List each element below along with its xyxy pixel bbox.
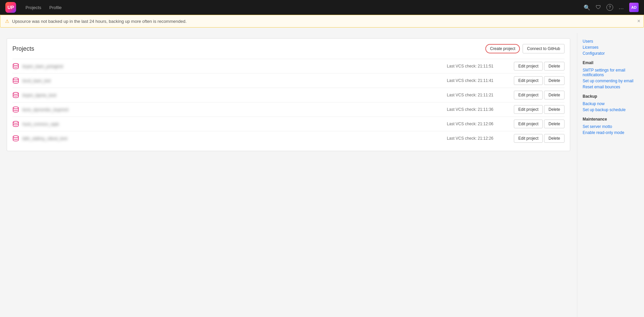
delete-project-button[interactable]: Delete <box>544 91 565 99</box>
projects-header: Projects Create project Connect to GitHu… <box>12 44 565 53</box>
project-icon <box>12 135 19 142</box>
delete-project-button[interactable]: Delete <box>544 134 565 143</box>
project-row-actions: Edit project Delete <box>514 76 565 85</box>
svg-point-3 <box>13 107 18 109</box>
project-icon <box>12 92 19 98</box>
sidebar-link-backup-schedule[interactable]: Set up backup schedule <box>583 107 644 113</box>
projects-nav-link[interactable]: Projects <box>23 4 44 11</box>
create-project-button[interactable]: Create project <box>485 44 520 53</box>
sidebar-link-backup-now[interactable]: Backup now <box>583 101 644 107</box>
delete-project-button[interactable]: Delete <box>544 120 565 128</box>
sidebar-link-readonly-mode[interactable]: Enable read-only mode <box>583 130 644 136</box>
edit-project-button[interactable]: Edit project <box>514 134 543 143</box>
project-name: bcre_dynombc_bupmrd <box>22 107 447 112</box>
search-icon[interactable]: 🔍 <box>584 4 590 11</box>
delete-project-button[interactable]: Delete <box>544 105 565 114</box>
svg-point-1 <box>13 78 18 80</box>
table-row: bcpm_bpme_bnd Last VCS check: 21:11:21 E… <box>12 88 565 102</box>
sidebar-link-reset-bounces[interactable]: Reset email bounces <box>583 84 644 90</box>
main-content: Projects Create project Connect to GitHu… <box>0 33 577 317</box>
topnav-links: Projects Profile <box>23 4 64 11</box>
grid-icon[interactable]: … <box>619 4 624 10</box>
delete-project-button[interactable]: Delete <box>544 76 565 85</box>
project-icon <box>12 106 19 113</box>
project-icon <box>12 63 19 70</box>
projects-actions: Create project Connect to GitHub <box>485 44 565 53</box>
project-name: bcrd_bam_brd <box>22 78 447 83</box>
sidebar-link-smtp[interactable]: SMTP settings for email notifications <box>583 67 644 78</box>
edit-project-button[interactable]: Edit project <box>514 120 543 128</box>
help-icon[interactable]: ? <box>606 4 613 11</box>
sidebar-section-backup: Backup <box>583 94 644 99</box>
edit-project-button[interactable]: Edit project <box>514 62 543 71</box>
sidebar-link-server-motto[interactable]: Set server motto <box>583 124 644 130</box>
sidebar-link-licenses[interactable]: Licenses <box>583 44 644 50</box>
project-vcs: Last VCS check: 21:11:41 <box>447 78 514 83</box>
sidebar: Users Licenses Configurator Email SMTP s… <box>577 33 644 317</box>
table-row: hunt_cvnmcn_wpb Last VCS check: 21:12:06… <box>12 117 565 131</box>
svg-point-2 <box>13 92 18 94</box>
table-row: bcpm_bam_pclogmd Last VCS check: 21:11:5… <box>12 59 565 73</box>
sidebar-link-configurator[interactable]: Configurator <box>583 50 644 56</box>
project-row-actions: Edit project Delete <box>514 120 565 128</box>
project-vcs: Last VCS check: 21:12:26 <box>447 136 514 141</box>
table-row: btth_stdlmy_clbnd_bmt Last VCS check: 21… <box>12 131 565 145</box>
svg-point-5 <box>13 136 18 138</box>
project-name: bcpm_bpme_bnd <box>22 93 447 98</box>
edit-project-button[interactable]: Edit project <box>514 105 543 114</box>
sidebar-link-users[interactable]: Users <box>583 38 644 44</box>
warning-close-button[interactable]: × <box>637 18 640 24</box>
project-vcs: Last VCS check: 21:11:36 <box>447 107 514 112</box>
svg-point-0 <box>13 63 18 65</box>
sidebar-section-email: Email <box>583 60 644 65</box>
project-row-actions: Edit project Delete <box>514 134 565 143</box>
sidebar-link-commenting-email[interactable]: Set up commenting by email <box>583 78 644 84</box>
topnav: UP Projects Profile 🔍 🛡 ? … AD <box>0 0 644 15</box>
project-row-actions: Edit project Delete <box>514 62 565 71</box>
app-logo[interactable]: UP <box>5 2 16 13</box>
project-row-actions: Edit project Delete <box>514 105 565 114</box>
edit-project-button[interactable]: Edit project <box>514 76 543 85</box>
projects-panel: Projects Create project Connect to GitHu… <box>7 38 570 151</box>
projects-title: Projects <box>12 45 485 52</box>
topnav-right: 🔍 🛡 ? … AD <box>584 3 639 12</box>
project-name: btth_stdlmy_clbnd_bmt <box>22 136 447 141</box>
warning-icon: ⚠ <box>5 18 9 24</box>
profile-nav-link[interactable]: Profile <box>47 4 64 11</box>
avatar[interactable]: AD <box>629 3 639 12</box>
project-name: bcpm_bam_pclogmd <box>22 64 447 69</box>
warning-banner: ⚠ Upsource was not backed up in the last… <box>0 15 644 28</box>
project-icon <box>12 77 19 84</box>
table-row: bcre_dynombc_bupmrd Last VCS check: 21:1… <box>12 102 565 117</box>
shield-icon[interactable]: 🛡 <box>596 4 601 10</box>
layout: Projects Create project Connect to GitHu… <box>0 33 644 317</box>
warning-text: Upsource was not backed up in the last 2… <box>12 19 186 24</box>
project-vcs: Last VCS check: 21:11:51 <box>447 64 514 69</box>
svg-point-4 <box>13 121 18 123</box>
project-vcs: Last VCS check: 21:11:21 <box>447 93 514 97</box>
delete-project-button[interactable]: Delete <box>544 62 565 71</box>
table-row: bcrd_bam_brd Last VCS check: 21:11:41 Ed… <box>12 73 565 88</box>
sidebar-section-maintenance: Maintenance <box>583 117 644 122</box>
project-vcs: Last VCS check: 21:12:06 <box>447 122 514 126</box>
edit-project-button[interactable]: Edit project <box>514 91 543 99</box>
connect-github-button[interactable]: Connect to GitHub <box>523 44 565 53</box>
project-row-actions: Edit project Delete <box>514 91 565 99</box>
project-icon <box>12 121 19 127</box>
project-name: hunt_cvnmcn_wpb <box>22 122 447 127</box>
